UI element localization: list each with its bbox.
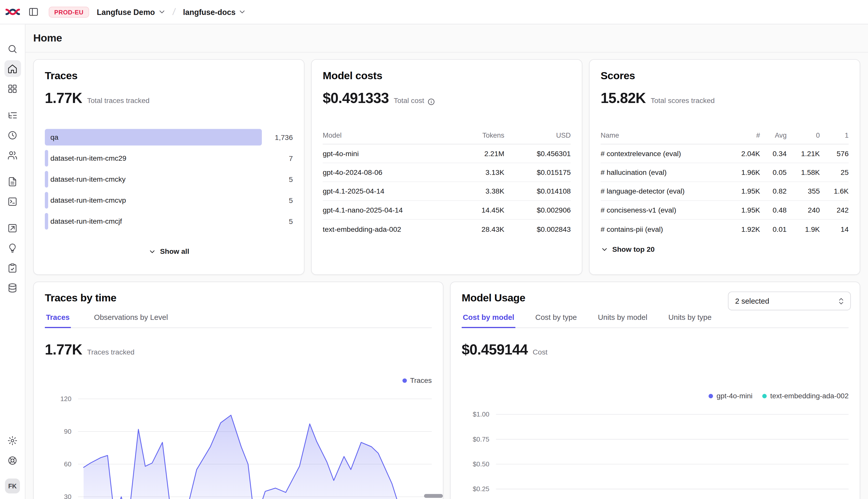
trace-bar-row[interactable]: dataset-run-item-cmcky5 <box>45 169 293 190</box>
sidebar-item-support[interactable] <box>4 452 21 468</box>
table-cell-value: $0.456301 <box>504 149 571 158</box>
sidebar-item-users[interactable] <box>4 146 21 163</box>
legend-dot <box>709 393 713 398</box>
sidebar-item-scores[interactable] <box>4 259 21 276</box>
column-header: Model <box>323 131 452 139</box>
sidebar-item-playground[interactable] <box>4 193 21 210</box>
bar-track: dataset-run-item-cmcky <box>45 171 262 188</box>
model-select[interactable]: 2 selected <box>728 292 851 310</box>
table-cell-name: # contextrelevance (eval) <box>601 149 729 158</box>
table-cell-value: $0.014108 <box>504 187 571 195</box>
sidebar-item-search[interactable] <box>4 40 21 57</box>
table-row[interactable]: # contextrelevance (eval)2.04K0.341.21K5… <box>601 145 848 163</box>
traces-bar-list: qa1,736dataset-run-item-cmc297dataset-ru… <box>45 127 293 232</box>
traces-by-time-tabs: TracesObservations by Level <box>45 310 432 328</box>
bar-fill <box>45 213 48 230</box>
table-cell-value: 1.21K <box>787 149 820 158</box>
bar-label: dataset-run-item-cmcjf <box>50 217 122 226</box>
tab-cost-by-type[interactable]: Cost by type <box>534 310 578 327</box>
bar-fill <box>45 129 262 146</box>
table-row[interactable]: # conciseness-v1 (eval)1.95K0.48240242 <box>601 201 848 220</box>
sidebar-item-annotation[interactable] <box>4 240 21 256</box>
sidebar-item-datasets[interactable] <box>4 279 21 296</box>
table-cell-name: # conciseness-v1 (eval) <box>601 206 729 214</box>
sidebar-item-dashboards[interactable] <box>4 80 21 97</box>
show-all-label: Show all <box>160 247 189 256</box>
table-row[interactable]: # language-detector (eval)1.95K0.823551.… <box>601 182 848 201</box>
column-header: Tokens <box>452 131 504 139</box>
scores-metric-label: Total scores tracked <box>651 96 715 105</box>
sidebar-item-sessions[interactable] <box>4 127 21 144</box>
table-header-row: ModelTokensUSD <box>323 127 571 145</box>
table-cell-value: $0.015175 <box>504 168 571 177</box>
table-cell-value: 1.6K <box>820 187 849 195</box>
project-switcher[interactable]: langfuse-docs <box>183 8 247 16</box>
svg-text:$0.25: $0.25 <box>473 485 489 493</box>
tab-units-by-type[interactable]: Units by type <box>667 310 713 327</box>
trace-bar-row[interactable]: qa1,736 <box>45 127 293 148</box>
sidebar-item-evaluation[interactable] <box>4 220 21 236</box>
svg-text:90: 90 <box>64 428 71 435</box>
tab-traces[interactable]: Traces <box>45 310 71 328</box>
trace-bar-row[interactable]: dataset-run-item-cmc297 <box>45 148 293 169</box>
sidebar-item-settings[interactable] <box>4 432 21 449</box>
tab-observations-by-level[interactable]: Observations by Level <box>93 310 169 327</box>
table-cell-value: 355 <box>787 187 820 195</box>
tab-cost-by-model[interactable]: Cost by model <box>462 310 515 328</box>
settings-icon <box>7 435 18 446</box>
column-header: USD <box>504 131 571 139</box>
trace-bar-row[interactable]: dataset-run-item-cmcvp5 <box>45 190 293 211</box>
support-icon <box>7 455 18 466</box>
model-usage-legend: gpt-4o-minitext-embedding-ada-002 <box>709 392 848 400</box>
traces-card-title: Traces <box>45 70 293 82</box>
trace-bar-row[interactable]: dataset-run-item-cmcjf5 <box>45 211 293 232</box>
legend-label: gpt-4o-mini <box>716 392 752 400</box>
table-cell-name: # hallucination (eval) <box>601 168 729 177</box>
table-cell-value: 0.48 <box>760 206 787 214</box>
org-switcher[interactable]: Langfuse Demo <box>97 8 166 16</box>
table-cell-value: 28.43K <box>452 225 504 233</box>
traces-by-time-title: Traces by time <box>45 292 432 304</box>
table-row[interactable]: gpt-4.1-2025-04-143.38K$0.014108 <box>323 182 571 201</box>
table-cell-value: 1.92K <box>729 225 760 233</box>
table-row[interactable]: gpt-4o-2024-08-063.13K$0.015175 <box>323 163 571 182</box>
info-icon <box>427 98 435 106</box>
table-row[interactable]: text-embedding-ada-00228.43K$0.002843 <box>323 220 571 239</box>
table-cell-name: gpt-4o-2024-08-06 <box>323 168 452 177</box>
tab-units-by-model[interactable]: Units by model <box>597 310 649 327</box>
info-icon[interactable] <box>427 98 435 106</box>
table-row[interactable]: gpt-4o-mini2.21M$0.456301 <box>323 145 571 163</box>
table-cell-value: 2.04K <box>729 149 760 158</box>
evaluation-icon <box>7 223 18 233</box>
scores-icon <box>7 263 18 273</box>
dashboards-icon <box>7 83 18 94</box>
table-row[interactable]: # hallucination (eval)1.96K0.051.58K25 <box>601 163 848 182</box>
table-cell-value: $0.002906 <box>504 206 571 214</box>
horizontal-scrollbar-thumb[interactable] <box>424 494 443 498</box>
sidebar-item-tracing[interactable] <box>4 107 21 123</box>
sidebar-item-prompts[interactable] <box>4 173 21 190</box>
sidebar: FK <box>0 24 26 499</box>
legend-item: Traces <box>402 376 432 385</box>
table-row[interactable]: # contains-pii (eval)1.92K0.011.9K14 <box>601 220 848 239</box>
langfuse-logo[interactable] <box>0 7 26 16</box>
bar-track: dataset-run-item-cmcvp <box>45 192 262 209</box>
show-top-20-button[interactable]: Show top 20 <box>601 245 655 253</box>
svg-text:60: 60 <box>64 460 71 468</box>
environment-badge[interactable]: PROD-EU <box>49 6 89 17</box>
show-all-button[interactable]: Show all <box>148 247 189 256</box>
table-cell-value: 240 <box>787 206 820 214</box>
bar-value: 5 <box>262 175 293 183</box>
traces-by-time-metric-value: 1.77K <box>45 341 82 358</box>
sidebar-toggle-button[interactable] <box>26 4 41 20</box>
table-cell-name: # language-detector (eval) <box>601 187 729 195</box>
table-cell-value: 0.34 <box>760 149 787 158</box>
column-header: # <box>729 131 760 139</box>
column-header: Avg <box>760 131 787 139</box>
scores-card: Scores 15.82K Total scores tracked Name#… <box>589 59 860 275</box>
chevron-down-icon <box>238 8 247 16</box>
table-row[interactable]: gpt-4.1-nano-2025-04-1414.45K$0.002906 <box>323 201 571 220</box>
table-cell-value: 0.05 <box>760 168 787 177</box>
sidebar-item-home[interactable] <box>4 60 21 77</box>
avatar[interactable]: FK <box>5 478 20 494</box>
